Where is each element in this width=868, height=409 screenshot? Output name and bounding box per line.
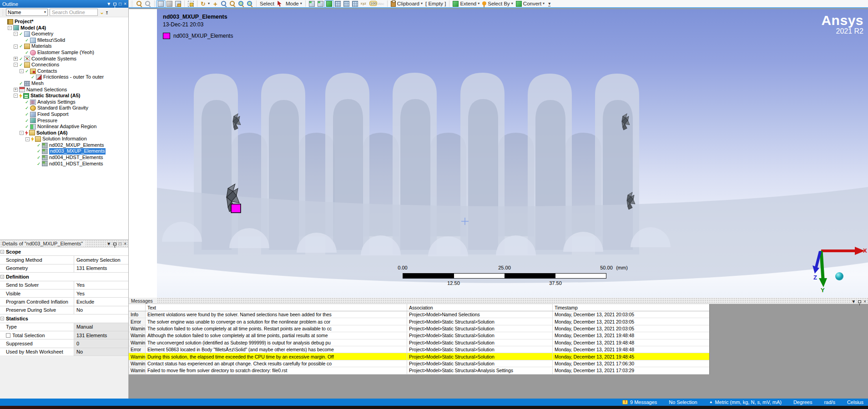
zoom-fit[interactable] [237, 0, 246, 7]
expand-icon[interactable]: + [14, 88, 18, 92]
tree-item[interactable]: -✓Contacts [0, 68, 128, 75]
select-cursor[interactable] [276, 0, 284, 7]
tree-item[interactable]: ✓Fixed Support [0, 111, 128, 118]
expand-collapse-icon[interactable]: ⌄ [100, 10, 104, 15]
checkbox-icon[interactable] [6, 333, 10, 338]
shaded-exterior-gray[interactable] [165, 0, 174, 7]
messages-dropdown-icon[interactable]: ▼ [851, 299, 856, 305]
details-property-value[interactable]: Exclude [74, 298, 128, 305]
search-outline-input[interactable]: Search Outline [50, 9, 98, 16]
tree-item[interactable]: -Solution Information [0, 136, 128, 142]
expand-icon[interactable]: + [14, 57, 18, 61]
details-property-value[interactable]: Geometry Selection [74, 256, 128, 264]
body-filter[interactable] [333, 0, 342, 7]
tree-item[interactable]: -✓Connections [0, 62, 128, 68]
tree-item[interactable]: ✓Elastomer Sample (Yeoh) [0, 50, 128, 56]
collapse-icon[interactable]: - [20, 69, 24, 73]
section-plane[interactable] [187, 0, 195, 7]
mesh-node-filter[interactable] [342, 0, 351, 7]
outline-close-icon[interactable]: × [124, 1, 126, 7]
tree-item[interactable]: ✓nd001_HDST_Elements [0, 161, 128, 167]
details-dropdown-icon[interactable]: ▼ [106, 241, 111, 247]
triad-y-arrow[interactable] [819, 278, 827, 287]
message-row[interactable]: WarningDuring this solution, the elapsed… [129, 353, 709, 360]
collapse-icon[interactable]: - [25, 137, 30, 141]
filter-drag-handle[interactable] [2, 9, 4, 16]
graphics-viewport[interactable]: nd003_MXUP_Elements 13-Dec-21 20:03 nd00… [157, 9, 868, 298]
tree-item[interactable]: ✓Frictionless - outer To outer [0, 74, 128, 80]
extend-menu[interactable]: Extend▾ [451, 0, 481, 7]
details-property-value[interactable]: No [74, 306, 128, 314]
collapse-icon[interactable]: - [20, 131, 24, 135]
vertex-filter[interactable] [308, 0, 316, 7]
max-annotation-pick[interactable] [368, 0, 377, 7]
details-property-value[interactable]: 131 Elements [74, 264, 128, 272]
statusbar-rad-s[interactable]: rad/s [824, 399, 835, 405]
outline-maximize-icon[interactable]: □ [119, 1, 121, 7]
message-row[interactable]: WarningThe unconverged solution (identif… [129, 339, 709, 346]
tree-item[interactable]: ✓Mesh [0, 80, 128, 87]
clipboard-menu[interactable]: Clipboard▾ [389, 0, 424, 7]
message-row[interactable]: ErrorElement 50863 located in Body "fill… [129, 346, 709, 353]
section-collapse-icon[interactable]: - [0, 275, 4, 279]
tree-item[interactable]: ✓nd003_MXUP_Elements [0, 148, 128, 155]
zoom-box-in[interactable] [135, 0, 144, 7]
pan[interactable] [211, 0, 220, 7]
select-label[interactable]: Select [258, 0, 276, 7]
coordinate-pick[interactable] [359, 0, 368, 7]
collapse-icon[interactable]: - [8, 26, 12, 30]
message-row[interactable]: InfoElement violations were found by the… [129, 311, 709, 318]
details-property-value[interactable]: Yes [74, 281, 128, 289]
collapse-icon[interactable]: - [14, 32, 18, 36]
tree-item[interactable]: ✓Pressure [0, 118, 128, 124]
details-pin-icon[interactable] [113, 243, 116, 245]
triad-iso-ball[interactable] [835, 272, 843, 280]
filter-overflow-icon[interactable]: ▾ [106, 10, 108, 14]
details-maximize-icon[interactable]: □ [119, 241, 121, 247]
tree-item[interactable]: ✓nd002_MXUP_Elements [0, 142, 128, 149]
details-property-value[interactable]: Yes [74, 289, 128, 297]
tree-item[interactable]: Project* [0, 19, 128, 25]
tree-item[interactable]: ✓Nonlinear Adaptive Region [0, 124, 128, 130]
statusbar-9-messages[interactable]: 9 Messages [622, 399, 657, 405]
zoom-capture[interactable] [246, 0, 254, 7]
zoom-box-out[interactable] [144, 0, 152, 7]
rotate[interactable]: ▾ [199, 0, 211, 7]
face-filter[interactable] [325, 0, 333, 7]
tree-item[interactable]: +✓Coordinate Systems [0, 56, 128, 62]
tree-item[interactable]: ✓Standard Earth Gravity [0, 105, 128, 111]
tree-item[interactable]: -Static Structural (A5) [0, 93, 128, 99]
clipboard-state[interactable]: [ Empty ] [424, 0, 447, 7]
shaded-exterior[interactable] [156, 0, 165, 7]
message-row[interactable]: WarningThe solution failed to solve comp… [129, 325, 709, 332]
tree-item[interactable]: -✓Geometry [0, 31, 128, 37]
tree-item[interactable]: ✓Analysis Settings [0, 99, 128, 105]
collapse-icon[interactable]: - [14, 45, 18, 49]
tree-item[interactable]: -Solution (A6) [0, 130, 128, 136]
toolbar-drag-handle[interactable] [131, 0, 133, 7]
tree-item[interactable]: -✓Materials [0, 43, 128, 50]
collapse-icon[interactable]: - [14, 63, 18, 67]
toolbar-overflow[interactable] [546, 0, 555, 7]
statusbar-degrees[interactable]: Degrees [793, 399, 812, 405]
tree-item[interactable]: ✓nd004_HDST_Elements [0, 155, 128, 161]
message-row[interactable]: ErrorThe solver engine was unable to con… [129, 318, 709, 325]
message-row[interactable]: WarningAlthough the solution failed to s… [129, 332, 709, 339]
message-row[interactable]: WarningFailed to move file from solver d… [129, 367, 709, 374]
zoom-in[interactable] [220, 0, 228, 7]
element-display[interactable] [174, 0, 182, 7]
messages-pin-icon[interactable] [858, 300, 861, 303]
section-collapse-icon[interactable]: - [0, 317, 4, 320]
zoom-box[interactable] [228, 0, 237, 7]
tree-item[interactable]: +Named Selections [0, 87, 128, 93]
tree-item[interactable]: ✓filletsız\Solid [0, 37, 128, 44]
outline-titlebar[interactable]: Outline ▼□× [0, 0, 128, 8]
outline-dropdown-icon[interactable]: ▼ [106, 1, 111, 7]
tree-item[interactable]: -Model (A4) [0, 25, 128, 31]
details-titlebar[interactable]: Details of "nd003_MXUP_Elements" ▼□× [0, 240, 128, 248]
details-close-icon[interactable]: × [124, 241, 126, 247]
message-row[interactable]: WarningContact status has experienced an… [129, 360, 709, 367]
statusbar-celsius[interactable]: Celsius [847, 399, 863, 405]
model-scene[interactable] [157, 9, 868, 298]
mode-menu[interactable]: Mode▾ [284, 0, 303, 7]
